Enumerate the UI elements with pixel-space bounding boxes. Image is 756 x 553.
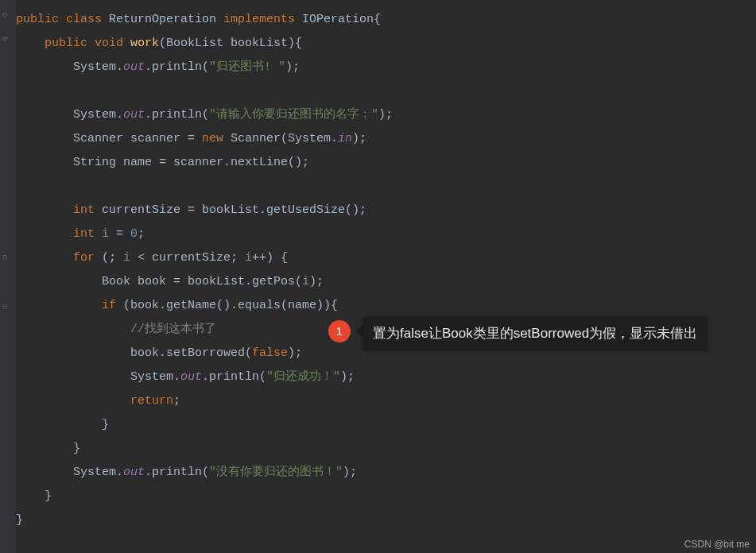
watermark-text: CSDN @bit me [684, 539, 750, 550]
code-line[interactable] [16, 175, 756, 199]
code-token: out [123, 466, 145, 479]
code-token: ); [340, 370, 355, 384]
code-token: ){ [288, 37, 302, 50]
gutter: ⊖ ⊖ ⊖ ⊖ [0, 0, 16, 553]
code-line[interactable]: return; [16, 389, 756, 413]
code-token: .println( [145, 466, 209, 479]
code-token: ); [378, 108, 393, 122]
code-line[interactable]: String name = scanner.nextLine(); [16, 151, 756, 175]
code-token: ( [159, 37, 166, 50]
code-token: (; [102, 251, 123, 265]
code-token: i [245, 251, 252, 265]
code-token: System. [73, 60, 123, 74]
code-token: in [338, 132, 352, 145]
tooltip-arrow-icon [355, 325, 363, 338]
code-token: i [123, 251, 130, 265]
code-token: int [73, 203, 102, 217]
code-token: 0 [130, 227, 138, 241]
annotation-text: 置为false让Book类里的setBorrowed为假，显示未借出 [373, 326, 697, 341]
code-line[interactable]: public void work(BookList bookList){ [16, 32, 756, 56]
code-token: i [302, 275, 309, 288]
code-line[interactable]: System.out.println("请输入你要归还图书的名字："); [16, 103, 756, 127]
code-token: } [73, 442, 80, 455]
code-line[interactable]: } [16, 437, 756, 461]
code-token: Book book = bookList.getPos( [102, 275, 302, 288]
code-token: { [374, 13, 381, 26]
code-token: Scanner(System. [231, 132, 338, 145]
code-line[interactable]: } [16, 509, 756, 532]
code-token: implements [223, 13, 302, 26]
code-line[interactable]: } [16, 413, 756, 437]
annotation-badge: 1 [328, 320, 351, 342]
code-token: out [180, 370, 202, 384]
code-token: IOPeration [302, 13, 374, 26]
code-token: //找到这本书了 [130, 323, 216, 336]
code-token: String name = scanner.nextLine(); [73, 156, 309, 169]
code-token: .println( [202, 370, 266, 384]
code-token: System. [73, 108, 123, 122]
code-line[interactable]: System.out.println("归还成功！"); [16, 365, 756, 389]
code-token: System. [130, 370, 180, 384]
fold-mark-icon: ⊖ [2, 252, 8, 262]
code-token: ); [285, 60, 300, 74]
watermark: CSDN @bit me [684, 539, 750, 550]
code-token: BookList bookList [166, 37, 288, 50]
code-token: "归还成功！" [266, 370, 340, 384]
code-token: book.setBorrowed( [130, 346, 252, 360]
code-block[interactable]: public class ReturnOperation implements … [16, 8, 756, 532]
code-token: work [130, 37, 159, 50]
code-token: ); [309, 275, 324, 288]
code-token: ); [343, 466, 357, 479]
code-token: ReturnOperation [109, 13, 223, 26]
code-token: } [45, 489, 52, 503]
code-line[interactable]: public class ReturnOperation implements … [16, 8, 756, 32]
code-token: "归还图书! " [209, 60, 285, 74]
code-token: "请输入你要归还图书的名字：" [209, 108, 378, 122]
code-line[interactable]: } [16, 485, 756, 509]
code-token: ; [173, 394, 180, 408]
code-token: .println( [145, 60, 209, 74]
code-token: ); [288, 346, 302, 360]
code-token: return [130, 394, 173, 408]
code-token: ); [352, 132, 366, 145]
code-token: } [102, 418, 109, 431]
code-line[interactable]: Scanner scanner = new Scanner(System.in)… [16, 127, 756, 151]
annotation-callout: 1 置为false让Book类里的setBorrowed为假，显示未借出 [328, 317, 707, 350]
code-token: ; [138, 227, 145, 241]
code-token: } [16, 513, 23, 527]
fold-mark-icon: ⊖ [2, 33, 8, 44]
code-line[interactable] [16, 79, 756, 103]
code-line[interactable]: for (; i < currentSize; i++) { [16, 246, 756, 270]
code-token: (book.getName().equals(name)){ [123, 299, 338, 312]
code-token: System. [73, 466, 123, 479]
code-token: public class [16, 13, 109, 26]
code-line[interactable]: int i = 0; [16, 222, 756, 246]
code-editor[interactable]: ⊖ ⊖ ⊖ ⊖ public class ReturnOperation imp… [0, 0, 756, 553]
code-token: = [109, 227, 130, 241]
fold-mark-icon: ⊖ [2, 301, 8, 311]
code-token: out [123, 108, 145, 122]
code-token: i [102, 227, 109, 241]
code-token: false [252, 346, 288, 360]
code-token: currentSize = bookList.getUsedSize(); [102, 203, 366, 217]
code-line[interactable]: System.out.println("归还图书! "); [16, 56, 756, 79]
code-token: .println( [145, 108, 209, 122]
fold-mark-icon: ⊖ [2, 10, 8, 20]
code-token: for [73, 251, 102, 265]
annotation-number: 1 [336, 325, 343, 338]
code-line[interactable]: System.out.println("没有你要归还的图书！"); [16, 461, 756, 485]
code-token: "没有你要归还的图书！" [209, 466, 343, 479]
code-token: new [202, 132, 231, 145]
code-token: out [123, 60, 145, 74]
annotation-tooltip: 置为false让Book类里的setBorrowed为假，显示未借出 [363, 317, 707, 350]
code-line[interactable]: Book book = bookList.getPos(i); [16, 270, 756, 294]
code-token: < currentSize; [130, 251, 245, 265]
code-line[interactable]: if (book.getName().equals(name)){ [16, 294, 756, 318]
code-token: ++) { [252, 251, 288, 265]
code-token: int [73, 227, 102, 241]
code-token: public void [45, 37, 130, 50]
code-token: Scanner scanner = [73, 132, 202, 145]
code-token: if [102, 299, 123, 312]
code-line[interactable]: int currentSize = bookList.getUsedSize()… [16, 199, 756, 222]
